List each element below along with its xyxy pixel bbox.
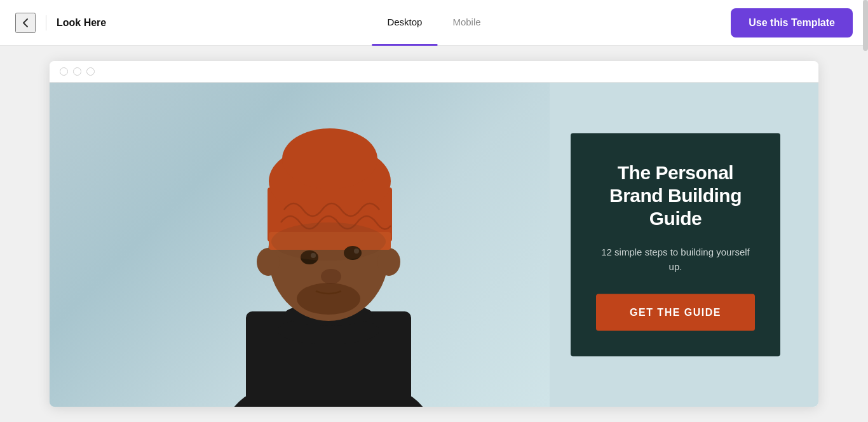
back-button[interactable] <box>15 13 36 33</box>
scrollbar-track[interactable] <box>863 0 868 422</box>
main-content: The Personal Brand Building Guide 12 sim… <box>0 46 868 422</box>
svg-point-19 <box>271 222 386 261</box>
svg-point-18 <box>297 283 360 315</box>
svg-point-11 <box>282 128 377 189</box>
use-template-button[interactable]: Use this Template <box>731 8 853 37</box>
card-subtitle: 12 simple steps to building yourself up. <box>596 245 755 274</box>
svg-point-6 <box>257 248 280 276</box>
cta-button[interactable]: GET THE GUIDE <box>596 294 755 331</box>
info-card: The Personal Brand Building Guide 12 sim… <box>571 133 780 357</box>
svg-point-7 <box>377 248 400 276</box>
person-area <box>50 83 550 407</box>
topbar-left: Look Here <box>15 13 106 33</box>
tab-mobile[interactable]: Mobile <box>437 0 496 46</box>
browser-window: The Personal Brand Building Guide 12 sim… <box>50 61 818 407</box>
nav-divider <box>46 15 46 31</box>
card-title: The Personal Brand Building Guide <box>596 161 755 230</box>
browser-dot-1 <box>60 67 68 76</box>
page-title: Look Here <box>57 17 106 29</box>
person-illustration <box>182 95 475 407</box>
topbar: Look Here Desktop Mobile Use this Templa… <box>0 0 868 46</box>
back-arrow-icon <box>19 17 32 29</box>
scrollbar-thumb[interactable] <box>863 0 868 51</box>
svg-point-17 <box>321 269 341 284</box>
browser-bar <box>50 61 818 83</box>
browser-dot-3 <box>86 67 95 76</box>
landing-preview: The Personal Brand Building Guide 12 sim… <box>50 83 818 407</box>
tab-desktop[interactable]: Desktop <box>372 0 437 46</box>
view-tabs: Desktop Mobile <box>372 0 496 46</box>
browser-dot-2 <box>73 67 81 76</box>
